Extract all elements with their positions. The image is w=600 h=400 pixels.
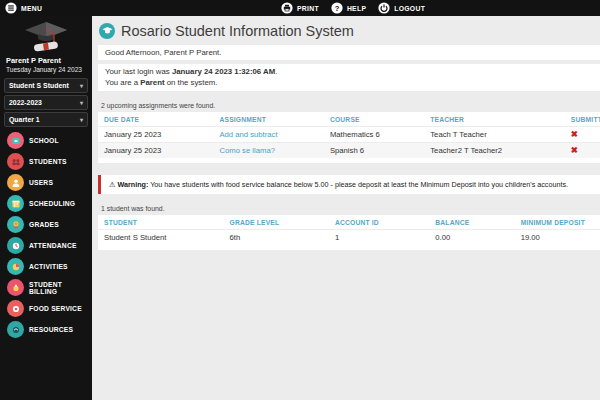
activities-pie-icon bbox=[7, 258, 24, 275]
assignments-count-note: 2 upcoming assignments were found. bbox=[101, 102, 600, 109]
greeting-banner: Good Afternoon, Parent P Parent. bbox=[98, 45, 600, 60]
app-logo-graduation-icon bbox=[99, 23, 115, 39]
assignment-link[interactable]: Add and subtract bbox=[219, 130, 277, 139]
scheduling-calendar-icon bbox=[7, 195, 24, 212]
minimum-deposit-cell: 19.00 bbox=[515, 230, 600, 246]
sidebar-item-grades[interactable]: GRADES bbox=[0, 214, 92, 235]
col-grade-level: GRADE LEVEL bbox=[224, 215, 329, 230]
warning-triangle-icon: ⚠ bbox=[109, 180, 115, 189]
course-cell: Spanish 6 bbox=[324, 143, 424, 159]
login-info-banner: Your last login was January 24 2023 1:32… bbox=[98, 64, 600, 91]
not-submitted-x-icon: ✖ bbox=[571, 145, 578, 155]
table-row: January 25 2023 Add and subtract Mathema… bbox=[98, 127, 600, 143]
food-service-header-row: STUDENT GRADE LEVEL ACCOUNT ID BALANCE M… bbox=[98, 215, 600, 230]
print-button[interactable]: PRINT bbox=[281, 2, 319, 14]
print-icon bbox=[281, 2, 293, 14]
account-id-cell: 1 bbox=[329, 230, 429, 246]
col-balance: BALANCE bbox=[429, 215, 514, 230]
sidebar-item-attendance[interactable]: ATTENDANCE bbox=[0, 235, 92, 256]
help-button[interactable]: ? HELP bbox=[331, 2, 366, 14]
grades-medal-icon bbox=[7, 216, 24, 233]
col-due-date: DUE DATE bbox=[98, 112, 213, 127]
sidebar-user-name: Parent P Parent bbox=[0, 54, 92, 65]
help-label: HELP bbox=[347, 5, 366, 12]
menu-button[interactable]: MENU bbox=[0, 2, 42, 14]
hamburger-icon bbox=[5, 2, 17, 14]
col-submitted: SUBMITTED bbox=[565, 112, 600, 127]
col-teacher: TEACHER bbox=[424, 112, 565, 127]
balance-cell: 0.00 bbox=[429, 230, 514, 246]
role-text: You are a Parent on the system. bbox=[105, 78, 593, 89]
due-date-cell: January 25 2023 bbox=[98, 143, 213, 159]
sidebar-item-food-service[interactable]: FOOD SERVICE bbox=[0, 298, 92, 319]
logout-button[interactable]: LOGOUT bbox=[378, 2, 425, 14]
chevron-down-icon: ▾ bbox=[80, 82, 83, 89]
sidebar-item-users[interactable]: USERS bbox=[0, 172, 92, 193]
school-year-select[interactable]: 2022-2023 ▾ bbox=[4, 95, 88, 110]
assignments-header-row: DUE DATE ASSIGNMENT COURSE TEACHER SUBMI… bbox=[98, 112, 600, 127]
student-select[interactable]: Student S Student ▾ bbox=[4, 78, 88, 93]
table-row: January 25 2023 Como se llama? Spanish 6… bbox=[98, 143, 600, 159]
warning-text: You have students with food service bala… bbox=[148, 180, 568, 189]
teacher-cell: Teacher2 T Teacher2 bbox=[424, 143, 565, 159]
sidebar-item-scheduling[interactable]: SCHEDULING bbox=[0, 193, 92, 214]
food-service-warning: ⚠ Warning: You have students with food s… bbox=[98, 175, 600, 194]
sidebar-item-resources[interactable]: RESOURCES bbox=[0, 319, 92, 340]
col-account-id: ACCOUNT ID bbox=[329, 215, 429, 230]
attendance-clock-icon bbox=[7, 237, 24, 254]
sidebar-item-students[interactable]: STUDENTS bbox=[0, 151, 92, 172]
warning-bold-label: Warning: bbox=[117, 180, 148, 189]
students-icon bbox=[7, 153, 24, 170]
users-icon bbox=[7, 174, 24, 191]
sidebar: Parent P Parent Tuesday January 24 2023 … bbox=[0, 16, 92, 400]
food-service-icon bbox=[7, 300, 24, 317]
help-icon: ? bbox=[331, 2, 343, 14]
due-date-cell: January 25 2023 bbox=[98, 127, 213, 143]
main-content: Rosario Student Information System Good … bbox=[92, 16, 600, 400]
page-title: Rosario Student Information System bbox=[121, 23, 354, 39]
logout-power-icon bbox=[378, 2, 390, 14]
student-cell: Student S Student bbox=[98, 230, 224, 246]
resources-icon bbox=[7, 321, 24, 338]
page-header: Rosario Student Information System bbox=[92, 16, 600, 45]
assignment-link[interactable]: Como se llama? bbox=[219, 146, 275, 155]
table-row: Student S Student 6th 1 0.00 19.00 bbox=[98, 230, 600, 246]
col-assignment: ASSIGNMENT bbox=[213, 112, 323, 127]
food-service-table: STUDENT GRADE LEVEL ACCOUNT ID BALANCE M… bbox=[98, 215, 600, 250]
col-minimum-deposit: MINIMUM DEPOSIT bbox=[515, 215, 600, 230]
logout-label: LOGOUT bbox=[394, 5, 425, 12]
sidebar-item-school[interactable]: SCHOOL bbox=[0, 130, 92, 151]
col-student: STUDENT bbox=[98, 215, 224, 230]
last-login-text: Your last login was January 24 2023 1:32… bbox=[105, 67, 593, 78]
not-submitted-x-icon: ✖ bbox=[571, 129, 578, 139]
menu-label: MENU bbox=[21, 5, 42, 12]
quarter-select-value: Quarter 1 bbox=[9, 116, 40, 123]
student-billing-icon bbox=[7, 279, 24, 296]
sidebar-menu: SCHOOL STUDENTS USERS SCHEDULING GRADES bbox=[0, 130, 92, 340]
chevron-down-icon: ▾ bbox=[80, 99, 83, 106]
sidebar-item-student-billing[interactable]: STUDENT BILLING bbox=[0, 277, 92, 298]
students-count-note: 1 student was found. bbox=[101, 205, 600, 212]
sidebar-date: Tuesday January 24 2023 bbox=[0, 65, 92, 76]
col-course: COURSE bbox=[324, 112, 424, 127]
student-select-value: Student S Student bbox=[9, 82, 69, 89]
sidebar-item-activities[interactable]: ACTIVITIES bbox=[0, 256, 92, 277]
school-icon bbox=[7, 132, 24, 149]
teacher-cell: Teach T Teacher bbox=[424, 127, 565, 143]
school-year-select-value: 2022-2023 bbox=[9, 99, 42, 106]
graduation-cap-image bbox=[0, 16, 92, 54]
svg-text:?: ? bbox=[335, 4, 340, 13]
top-bar: MENU PRINT ? HELP LOGOUT bbox=[0, 0, 600, 16]
course-cell: Mathematics 6 bbox=[324, 127, 424, 143]
grade-level-cell: 6th bbox=[224, 230, 329, 246]
chevron-down-icon: ▾ bbox=[80, 116, 83, 123]
quarter-select[interactable]: Quarter 1 ▾ bbox=[4, 112, 88, 127]
greeting-text: Good Afternoon, Parent P Parent. bbox=[105, 48, 221, 57]
print-label: PRINT bbox=[297, 5, 319, 12]
assignments-table: DUE DATE ASSIGNMENT COURSE TEACHER SUBMI… bbox=[98, 112, 600, 163]
